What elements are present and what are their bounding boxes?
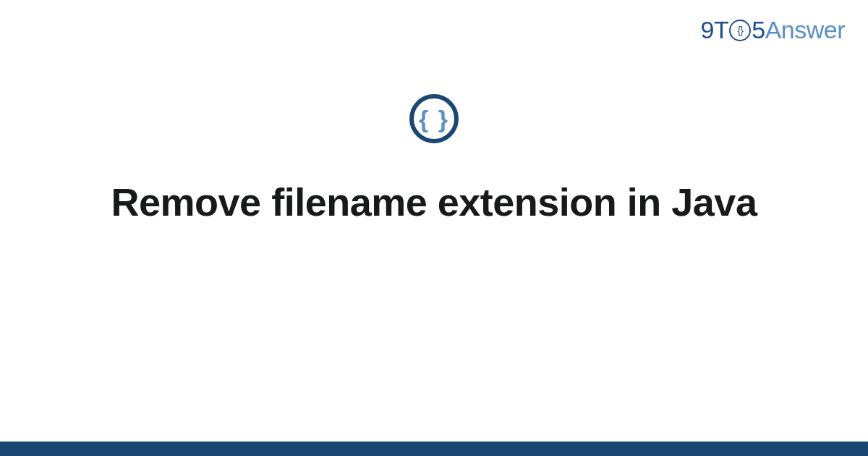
logo-text-answer: Answer [765, 16, 845, 44]
site-logo: 9T {} 5 Answer [701, 16, 845, 44]
logo-clock-inner: {} [738, 25, 743, 36]
code-braces-icon: { } [409, 94, 459, 143]
logo-text-9t: 9T [701, 16, 729, 44]
main-content: { } Remove filename extension in Java [0, 94, 868, 227]
bottom-accent-bar [0, 442, 868, 456]
braces-glyph: { } [419, 105, 449, 133]
page-title: Remove filename extension in Java [111, 178, 757, 227]
logo-clock-icon: {} [729, 20, 751, 41]
logo-text-5: 5 [752, 16, 765, 44]
